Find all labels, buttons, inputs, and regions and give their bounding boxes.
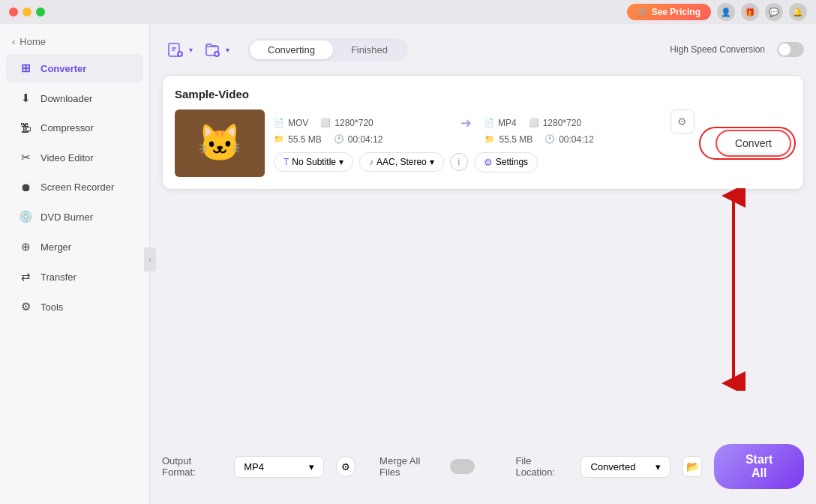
output-format-select[interactable]: MP4 ▾ [234,456,324,478]
add-file-dropdown-icon[interactable]: ▾ [189,46,193,54]
transfer-icon: ⇄ [18,270,33,284]
settings-row: T No Subtitle ▾ ♪ AAC, Stereo ▾ i [274,152,658,172]
bottom-bar: Output Format: MP4 ▾ ⚙ Merge All Files F… [162,435,804,492]
audio-select[interactable]: ♪ AAC, Stereo ▾ [359,152,444,172]
video-details-row: 📁 55.5 MB 🕐 00:04:12 📁 [274,134,658,145]
settings-button[interactable]: ⚙ Settings [474,152,538,172]
target-format-label: MP4 [498,118,517,128]
sidebar-item-label: DVD Burner [40,212,93,223]
target-resolution-label: 1280*720 [543,118,581,128]
sidebar-item-label: Merger [40,242,71,253]
source-format-label: MOV [288,118,308,128]
arrow-right-icon: ➜ [460,115,472,131]
file-location-dropdown-icon: ▾ [656,461,661,472]
tools-icon: ⚙ [18,300,33,314]
gift-icon[interactable]: 🎁 [741,3,759,21]
merge-toggle[interactable] [450,459,475,474]
target-size: 📁 55.5 MB [484,134,532,145]
video-body: 📄 MOV ⬜ 1280*720 ➜ 📄 [175,110,791,177]
sidebar-item-downloader[interactable]: ⬇ Downloader [6,84,143,112]
source-size: 📁 55.5 MB [274,134,322,145]
add-folder-button[interactable] [199,36,226,63]
sidebar-item-label: Downloader [40,93,92,104]
sidebar-item-transfer[interactable]: ⇄ Transfer [6,262,143,291]
close-button[interactable] [9,8,18,16]
add-folder-dropdown-icon[interactable]: ▾ [226,46,230,54]
source-details: 📁 55.5 MB 🕐 00:04:12 [274,134,447,145]
sidebar-item-merger[interactable]: ⊕ Merger [6,232,143,261]
sidebar-item-label: Transfer [40,272,76,283]
target-size-label: 55.5 MB [499,134,532,145]
user-icon[interactable]: 👤 [717,3,735,21]
output-format-value: MP4 [244,461,264,472]
file-location-select[interactable]: Converted ▾ [580,456,670,478]
see-pricing-label: See Pricing [652,7,700,17]
bell-icon[interactable]: 🔔 [789,3,807,21]
subtitle-value: No Subtitle [292,157,336,167]
subtitle-select[interactable]: T No Subtitle ▾ [274,152,353,172]
sidebar-home[interactable]: ‹ Home [0,30,149,53]
downloader-icon: ⬇ [18,92,33,105]
gear-icon: ⚙ [484,157,493,168]
add-file-button[interactable] [162,36,189,63]
maximize-button[interactable] [36,8,45,16]
sidebar-item-compressor[interactable]: 🗜 Compressor [6,114,143,142]
target-size-icon: 📁 [484,134,495,144]
tab-converting[interactable]: Converting [250,40,333,59]
file-location-label: File Location: [515,455,568,478]
app-body: ‹ Home ⊞ Converter ⬇ Downloader 🗜 Compre… [0,24,816,504]
video-thumbnail [175,110,265,177]
settings-label: Settings [496,157,528,167]
window-controls [9,8,45,16]
folder-open-icon: 📂 [686,460,699,472]
target-meta: 📄 MP4 ⬜ 1280*720 [484,118,658,128]
sidebar-item-tools[interactable]: ⚙ Tools [6,292,143,321]
toolbar: ▾ ▾ Converting Finished High Speed Conve… [162,36,804,63]
output-format-label: Output Format: [162,455,222,478]
sidebar-item-video-editor[interactable]: ✂ Video Editor [6,143,143,172]
tab-bar: Converting Finished [248,38,408,62]
dvd-burner-icon: 💿 [18,210,33,224]
sidebar-item-converter[interactable]: ⊞ Converter [6,54,143,82]
video-title: Sample-Video [175,88,249,100]
target-duration-icon: 🕐 [544,134,555,144]
minimize-button[interactable] [22,8,32,16]
titlebar-right: 🛒 See Pricing 👤 🎁 💬 🔔 [627,3,807,21]
collapse-handle[interactable]: ‹ [144,248,156,272]
see-pricing-button[interactable]: 🛒 See Pricing [627,4,711,20]
video-settings-button[interactable]: ⚙ [670,110,694,134]
merge-label: Merge All Files [380,455,438,478]
output-format-gear-icon: ⚙ [341,461,350,472]
video-source-info: 📄 MOV ⬜ 1280*720 ➜ 📄 [274,115,658,172]
info-button[interactable]: i [450,153,468,171]
high-speed-label: High Speed Conversion [670,44,765,55]
red-arrow-down [711,241,756,391]
converter-icon: ⊞ [18,62,33,75]
audio-wave-icon: ♪ [369,157,374,167]
cart-icon: 🛒 [638,7,649,17]
audio-value: AAC, Stereo [376,157,427,167]
convert-button[interactable]: Convert [716,130,791,157]
target-format: 📄 MP4 [484,118,517,128]
subtitle-dropdown-icon: ▾ [339,157,344,167]
tab-finished[interactable]: Finished [333,40,406,59]
open-folder-button[interactable]: 📂 [682,456,702,477]
file-icon: 📄 [274,118,284,128]
high-speed-toggle[interactable] [777,42,804,57]
output-format-settings-button[interactable]: ⚙ [336,456,356,477]
video-card-header: Sample-Video [175,88,791,100]
chat-icon[interactable]: 💬 [765,3,783,21]
target-duration: 🕐 00:04:12 [544,134,594,145]
sidebar-item-screen-recorder[interactable]: ⏺ Screen Recorder [6,173,143,201]
target-resolution: ⬜ 1280*720 [529,118,581,128]
subtitle-text-icon: T [284,157,289,167]
video-formats-row: 📄 MOV ⬜ 1280*720 ➜ 📄 [274,115,658,131]
main-content: ▾ ▾ Converting Finished High Speed Conve… [150,24,816,504]
source-meta: 📄 MOV ⬜ 1280*720 [274,118,448,128]
start-all-button[interactable]: Start All [714,444,804,489]
output-format-dropdown-icon: ▾ [309,461,314,472]
sidebar-item-dvd-burner[interactable]: 💿 DVD Burner [6,202,143,231]
target-resolution-icon: ⬜ [529,118,539,128]
screen-recorder-icon: ⏺ [18,181,33,194]
video-gear-icon: ⚙ [677,116,687,128]
